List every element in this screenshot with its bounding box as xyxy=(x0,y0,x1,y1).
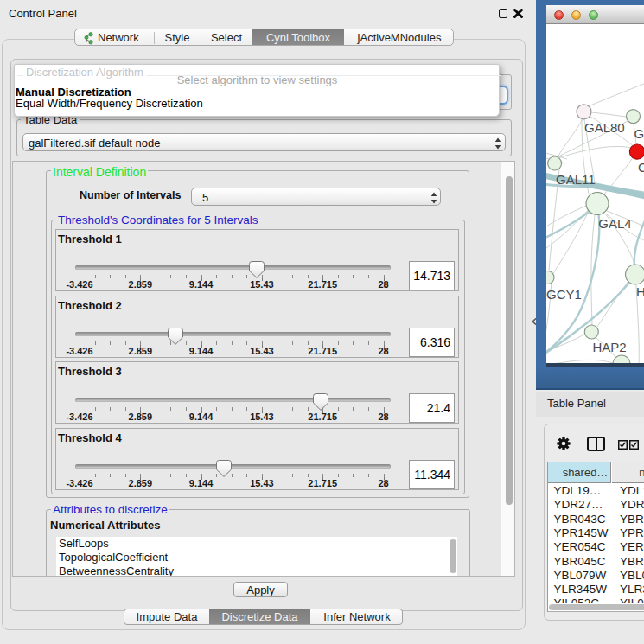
svg-text:GAL80: GAL80 xyxy=(584,120,625,135)
svg-text:HAP2: HAP2 xyxy=(592,340,626,354)
svg-text:GAL11: GAL11 xyxy=(556,172,596,187)
svg-text:HIS: HIS xyxy=(636,284,644,299)
svg-text:CY: CY xyxy=(638,160,644,175)
svg-text:GAL3: GAL3 xyxy=(634,126,644,141)
svg-text:GAL4: GAL4 xyxy=(598,216,631,231)
svg-text:GCY1: GCY1 xyxy=(546,287,582,302)
